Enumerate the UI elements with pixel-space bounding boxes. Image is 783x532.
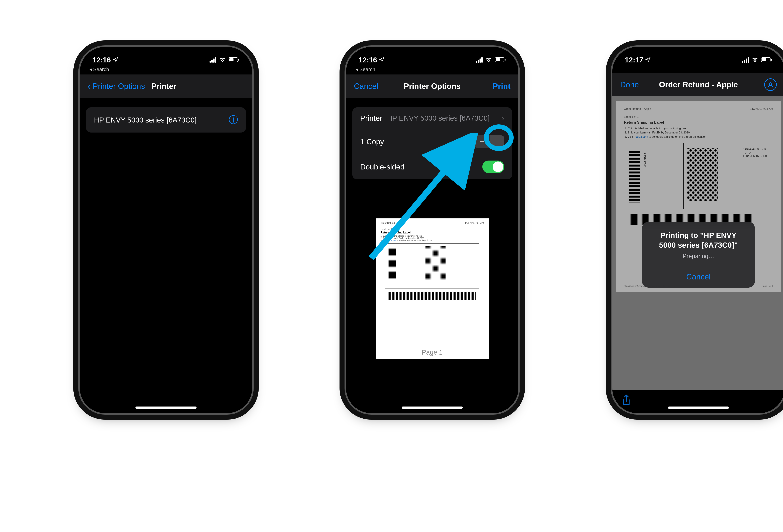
- home-indicator[interactable]: [135, 406, 196, 409]
- battery-icon: [229, 56, 240, 64]
- location-icon: [113, 56, 118, 64]
- copies-label: 1 Copy: [360, 137, 384, 146]
- printer-list-content: HP ENVY 5000 series [6A73C0] ⓘ: [80, 98, 252, 413]
- phone-frame-printing-progress: 12:17 Done Order Refund - Apple A: [612, 47, 783, 413]
- location-icon: [645, 56, 651, 64]
- aa-icon: A: [768, 80, 773, 89]
- cancel-label: Cancel: [354, 82, 378, 91]
- cellular-icon: [742, 57, 749, 63]
- print-preview-area: Order Refund – Apple11/27/20, 7:31 AM La…: [352, 219, 512, 359]
- status-time: 12:16: [92, 56, 111, 64]
- alert-cancel-label: Cancel: [686, 272, 711, 281]
- status-time: 12:16: [358, 56, 377, 64]
- screen: 12:16 ◂ Search ‹ Printer Options: [80, 47, 252, 413]
- annotation-highlight-circle: [484, 124, 514, 151]
- page-preview-thumbnail[interactable]: Order Refund – Apple11/27/20, 7:31 AM La…: [376, 219, 489, 359]
- battery-icon: [495, 56, 506, 64]
- printer-row-label: Printer: [360, 114, 382, 123]
- phone-frame-printer-list: 12:16 ◂ Search ‹ Printer Options: [80, 47, 252, 413]
- alert-backdrop: Printing to "HP ENVY 5000 series [6A73C0…: [612, 96, 783, 413]
- chevron-left-icon: ‹: [88, 81, 91, 91]
- reader-text-size-button[interactable]: A: [764, 78, 777, 91]
- printer-cell-group: HP ENVY 5000 series [6A73C0] ⓘ: [86, 107, 246, 133]
- back-to-search-breadcrumb[interactable]: ◂ Search: [346, 66, 518, 74]
- device-notch: [658, 47, 739, 62]
- print-button[interactable]: Print: [493, 82, 510, 91]
- printer-row-value: HP ENVY 5000 series [6A73C0]: [387, 114, 498, 122]
- done-label: Done: [620, 80, 639, 89]
- info-icon[interactable]: ⓘ: [229, 113, 238, 126]
- printer-row[interactable]: HP ENVY 5000 series [6A73C0] ⓘ: [86, 107, 246, 133]
- preview-doc-header: Order Refund – Apple: [380, 222, 403, 224]
- wifi-icon: [219, 56, 226, 64]
- wifi-icon: [752, 56, 758, 64]
- svg-rect-1: [229, 58, 233, 61]
- wifi-icon: [486, 56, 492, 64]
- preview-label-of: Label 1 of 1: [380, 228, 392, 230]
- alert-title: Printing to "HP ENVY 5000 series [6A73C0…: [652, 231, 745, 250]
- preview-label-title: Return Shipping Label: [380, 231, 411, 234]
- printing-alert: Printing to "HP ENVY 5000 series [6A73C0…: [642, 222, 755, 288]
- double-sided-toggle[interactable]: [482, 161, 504, 173]
- printer-name: HP ENVY 5000 series [6A73C0]: [94, 116, 229, 124]
- home-indicator[interactable]: [402, 406, 463, 409]
- cancel-button[interactable]: Cancel: [354, 82, 378, 91]
- document-viewer: Order Refund – Apple11/27/20, 7:31 AM La…: [612, 96, 783, 413]
- done-button[interactable]: Done: [620, 80, 639, 89]
- toggle-knob: [493, 162, 503, 172]
- alert-cancel-button[interactable]: Cancel: [642, 266, 755, 288]
- svg-rect-7: [762, 58, 766, 61]
- printer-select-row[interactable]: Printer HP ENVY 5000 series [6A73C0] ›: [352, 107, 512, 129]
- preview-doc-date: 11/27/20, 7:31 AM: [465, 222, 484, 224]
- nav-bar: Cancel Printer Options Print: [346, 74, 518, 98]
- preview-steps: 1. Cut this label and attach it to your …: [380, 235, 484, 241]
- screen: 12:16 ◂ Search Cancel Printer Options Pr…: [346, 47, 518, 413]
- nav-back-button[interactable]: ‹ Printer Options: [88, 81, 145, 91]
- nav-bar: ‹ Printer Options Printer: [80, 74, 252, 98]
- double-sided-row: Double-sided: [352, 154, 512, 179]
- svg-rect-2: [238, 59, 239, 61]
- back-to-search-breadcrumb[interactable]: ◂ Search: [80, 66, 252, 74]
- svg-rect-8: [771, 59, 772, 61]
- nav-title: Printer: [151, 82, 176, 91]
- chevron-right-icon: ›: [502, 113, 504, 123]
- double-sided-label: Double-sided: [360, 163, 405, 171]
- svg-rect-4: [496, 58, 500, 61]
- cellular-icon: [476, 57, 483, 63]
- status-time: 12:17: [625, 56, 643, 64]
- location-icon: [379, 56, 385, 64]
- print-label: Print: [493, 82, 510, 91]
- cellular-icon: [210, 57, 216, 63]
- alert-message: Preparing…: [652, 253, 745, 260]
- device-notch: [392, 47, 473, 62]
- page-caption: Page 1: [376, 348, 489, 356]
- nav-bar: Done Order Refund - Apple A: [612, 73, 783, 96]
- nav-title: Printer Options: [404, 82, 461, 91]
- nav-title: Order Refund - Apple: [659, 80, 738, 89]
- preview-shipping-label: [385, 243, 479, 311]
- home-indicator[interactable]: [668, 406, 729, 409]
- device-notch: [125, 47, 207, 62]
- screen: 12:17 Done Order Refund - Apple A: [612, 47, 783, 413]
- battery-icon: [761, 56, 772, 64]
- svg-rect-5: [505, 59, 505, 61]
- nav-back-label: Printer Options: [93, 82, 145, 91]
- phone-frame-printer-options: 12:16 ◂ Search Cancel Printer Options Pr…: [346, 47, 518, 413]
